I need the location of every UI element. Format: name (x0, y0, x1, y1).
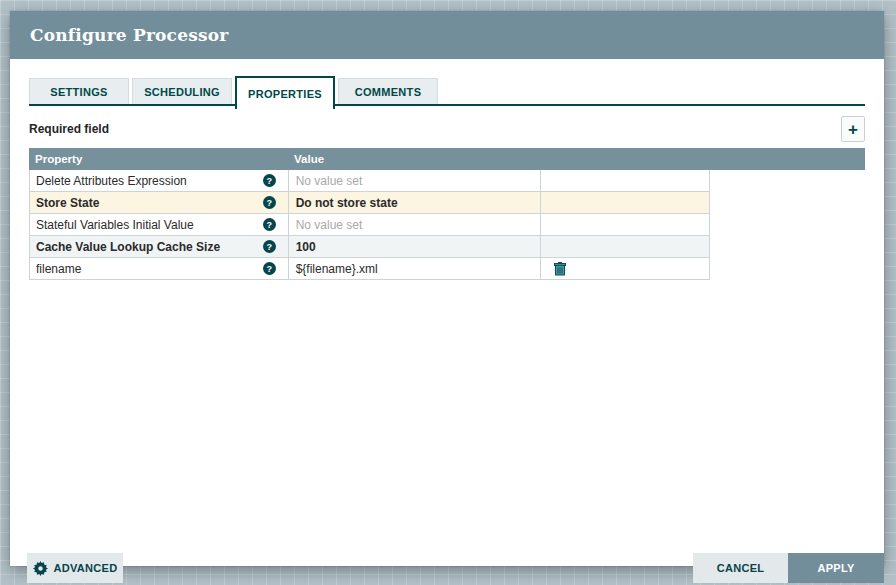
property-name-cell: Cache Value Lookup Cache Size ? (30, 236, 289, 257)
plus-icon: + (848, 121, 858, 138)
table-row[interactable]: Cache Value Lookup Cache Size ? 100 (30, 236, 710, 258)
advanced-button-label: ADVANCED (54, 562, 118, 574)
table-row[interactable]: Store State ? Do not store state (30, 192, 710, 214)
row-actions-cell (541, 236, 710, 257)
help-icon[interactable]: ? (263, 174, 276, 187)
property-value-cell[interactable]: Do not store state (289, 192, 542, 213)
property-name-cell: Delete Attributes Expression ? (30, 170, 289, 191)
column-header-property: Property (29, 153, 82, 165)
advanced-button[interactable]: ADVANCED (27, 553, 123, 583)
dialog-title: Configure Processor (30, 25, 228, 45)
help-icon[interactable]: ? (263, 218, 276, 231)
table-row[interactable]: Stateful Variables Initial Value ? No va… (30, 214, 710, 236)
help-icon[interactable]: ? (263, 240, 276, 253)
column-header-value: Value (294, 148, 324, 170)
table-row[interactable]: filename ? ${filename}.xml (30, 258, 710, 280)
property-name-cell: Stateful Variables Initial Value ? (30, 214, 289, 235)
tab-properties[interactable]: PROPERTIES (235, 76, 335, 109)
row-actions-cell (541, 214, 710, 235)
tab-comments[interactable]: COMMENTS (338, 78, 438, 104)
row-actions-cell (541, 170, 710, 191)
help-icon[interactable]: ? (263, 262, 276, 275)
cancel-button[interactable]: CANCEL (693, 553, 788, 583)
apply-button[interactable]: APPLY (788, 553, 884, 583)
property-name-cell: Store State ? (30, 192, 289, 213)
property-value-cell[interactable]: No value set (289, 170, 542, 191)
nifi-canvas-background: Configure Processor SETTINGS SCHEDULING … (0, 0, 896, 585)
table-header-row: Property Value (29, 148, 865, 170)
tab-scheduling[interactable]: SCHEDULING (132, 78, 232, 104)
row-actions-cell (541, 258, 710, 279)
configure-processor-dialog: Configure Processor SETTINGS SCHEDULING … (10, 11, 884, 566)
properties-table: Property Value Delete Attributes Express… (29, 148, 865, 280)
help-icon[interactable]: ? (263, 196, 276, 209)
add-property-button[interactable]: + (841, 116, 865, 142)
delete-property-icon[interactable] (554, 262, 566, 276)
table-row[interactable]: Delete Attributes Expression ? No value … (30, 170, 710, 192)
required-field-label: Required field (29, 122, 109, 136)
property-value-cell[interactable]: No value set (289, 214, 542, 235)
row-actions-cell (541, 192, 710, 213)
property-name: Store State (36, 196, 99, 210)
property-value-cell[interactable]: 100 (289, 236, 542, 257)
tab-bar-divider (29, 104, 865, 106)
property-name: Delete Attributes Expression (36, 174, 187, 188)
tab-bar: SETTINGS SCHEDULING PROPERTIES COMMENTS (29, 76, 865, 109)
table-toolbar: Required field + (29, 116, 865, 142)
property-name: Cache Value Lookup Cache Size (36, 240, 220, 254)
tab-settings[interactable]: SETTINGS (29, 78, 129, 104)
table-body: Delete Attributes Expression ? No value … (29, 170, 710, 280)
property-name: filename (36, 262, 81, 276)
property-value-cell[interactable]: ${filename}.xml (289, 258, 542, 279)
property-name: Stateful Variables Initial Value (36, 218, 194, 232)
dialog-body: SETTINGS SCHEDULING PROPERTIES COMMENTS … (10, 76, 884, 583)
property-name-cell: filename ? (30, 258, 289, 279)
gear-icon (33, 561, 48, 576)
dialog-header: Configure Processor (10, 11, 884, 59)
